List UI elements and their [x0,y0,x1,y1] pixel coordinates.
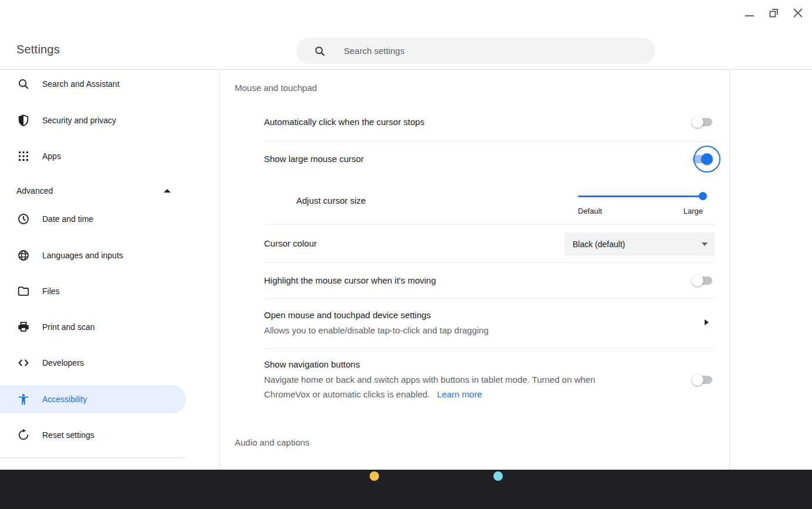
row-divider [264,141,715,141]
sidebar-item-accessibility[interactable]: Accessibility [0,385,186,413]
row-divider [264,348,715,349]
content-right-border [729,70,730,470]
subpage-arrow-icon[interactable] [705,319,709,325]
nav-buttons-label: Show navigation buttons [264,359,360,369]
reset-icon [16,428,31,442]
device-settings-label[interactable]: Open mouse and touchpad device settings [264,310,431,320]
section-title-mouse-and-touchpad: Mouse and touchpad [235,83,317,93]
sidebar-item-date-and-time[interactable]: Date and time [0,205,186,233]
apps-grid-icon [16,149,31,163]
content-left-border [219,70,220,470]
sidebar-item-languages-and-inputs[interactable]: Languages and inputs [0,241,186,269]
search-icon [16,77,31,91]
sidebar-item-search-and-assistant[interactable]: Search and Assistant [0,70,186,98]
play-store-notification-dot [493,471,503,481]
shield-icon [16,113,31,127]
printer-icon [16,320,31,334]
accessibility-icon [16,392,31,406]
clock-icon [16,212,31,226]
row-divider [264,298,715,299]
highlight-cursor-label: Highlight the mouse cursor when it's mov… [264,275,436,285]
auto-click-label: Automatically click when the cursor stop… [264,117,424,127]
gmail-notification-dot [370,471,379,481]
window-controls [744,6,804,20]
restore-button[interactable] [768,6,780,20]
cursor-size-slider[interactable] [578,195,703,197]
cursor-color-value: Black (default) [573,240,625,249]
search-input[interactable] [344,46,625,56]
sidebar-item-files[interactable]: Files [0,277,186,305]
sidebar-item-security-and-privacy[interactable]: Security and privacy [0,106,186,134]
cursor-size-label: Adjust cursor size [296,195,366,205]
cursor-color-label: Cursor colour [264,238,317,248]
sidebar-item-developers[interactable]: Developers [0,349,186,377]
device-settings-description: Allows you to enable/disable tap-to-clic… [264,325,489,335]
cursor-size-slider-knob[interactable] [699,192,707,200]
folder-icon [16,284,31,298]
minimize-button[interactable] [744,6,756,20]
large-cursor-toggle[interactable] [692,153,713,165]
chromeos-settings-window: Settings Search and Assistant Security a… [0,0,812,509]
sidebar-section-advanced[interactable]: Advanced [0,177,186,205]
restore-icon [768,7,780,19]
sidebar-item-reset-settings[interactable]: Reset settings [0,421,186,449]
nav-buttons-description-line1: Navigate home or back and switch apps wi… [264,375,596,385]
sidebar-item-apps[interactable]: Apps [0,142,186,170]
close-icon [792,7,804,19]
globe-icon [16,248,31,262]
sidebar-item-print-and-scan[interactable]: Print and scan [0,313,186,341]
minimize-icon [745,8,755,18]
slider-min-label: Default [578,207,602,215]
nav-buttons-description-line2: ChromeVox or automatic clicks is enabled… [264,389,482,399]
auto-click-toggle[interactable] [692,116,713,128]
chevron-down-icon [702,242,708,246]
cursor-color-dropdown[interactable]: Black (default) [564,232,715,255]
page-title: Settings [16,43,60,56]
large-cursor-label: Show large mouse cursor [264,154,364,164]
section-title-audio-and-captions: Audio and captions [235,437,310,447]
code-icon [16,356,31,370]
slider-max-label: Large [669,207,703,215]
caret-up-icon [164,189,171,193]
search-icon [314,45,326,57]
search-bar[interactable] [296,38,655,64]
sidebar-divider [0,457,185,458]
nav-buttons-toggle[interactable] [692,374,713,386]
shelf: 4 US 11:18 [0,470,812,509]
close-button[interactable] [792,6,804,20]
row-divider [264,262,715,263]
highlight-cursor-toggle[interactable] [692,275,713,286]
learn-more-link[interactable]: Learn more [437,389,482,399]
row-divider [264,224,715,225]
